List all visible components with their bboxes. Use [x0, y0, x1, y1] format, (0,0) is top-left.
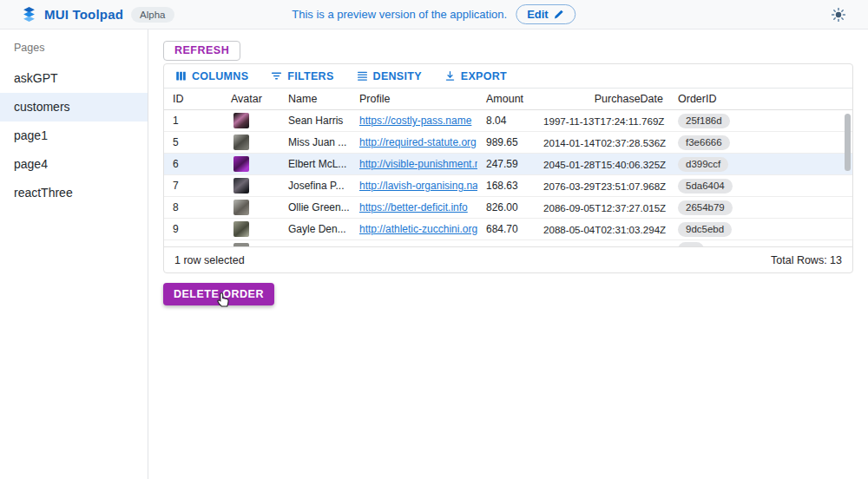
data-grid: COLUMNS FILTERS DE — [163, 63, 853, 273]
cell-purchasedate: 2014-01-14T02:37:28.536Z — [543, 137, 667, 148]
table-row-selected[interactable]: 6 Elbert McL... http://visible-punishmen… — [164, 154, 852, 175]
profile-link[interactable]: https://better-deficit.info — [359, 201, 468, 213]
cell-orderid: 9dc5ebd — [667, 222, 852, 237]
column-header-amount[interactable]: Amount — [477, 93, 543, 105]
theme-toggle-button[interactable] — [832, 8, 845, 22]
order-id-chip: d399ccf — [678, 157, 728, 172]
cell-orderid: 5da6404 — [667, 179, 852, 194]
cell-orderid — [667, 242, 852, 246]
table-row-partial[interactable] — [164, 240, 852, 246]
columns-button[interactable]: COLUMNS — [172, 69, 252, 84]
table-row[interactable]: 5 Miss Juan ... http://required-statute.… — [164, 132, 852, 154]
app-title: MUI Toolpad — [44, 7, 123, 22]
avatar — [233, 178, 249, 194]
density-button[interactable]: DENSITY — [353, 69, 425, 84]
column-header-avatar[interactable]: Avatar — [219, 93, 279, 105]
density-icon — [357, 70, 368, 82]
profile-link[interactable]: http://visible-punishment.net — [359, 158, 477, 170]
density-button-label: DENSITY — [373, 70, 422, 82]
cell-amount: 168.63 — [477, 180, 543, 192]
column-header-purchasedate[interactable]: PurchaseDate — [543, 93, 667, 105]
order-id-chip: f3e6666 — [678, 135, 730, 150]
export-button[interactable]: EXPORT — [441, 69, 510, 84]
sidebar-section-label: Pages — [0, 36, 148, 64]
profile-link[interactable]: http://required-statute.org — [359, 136, 477, 148]
avatar — [233, 243, 249, 246]
cell-amount: 8.04 — [477, 115, 543, 127]
cell-id: 9 — [164, 223, 219, 235]
app-branding: MUI Toolpad Alpha — [0, 7, 174, 23]
filters-button[interactable]: FILTERS — [267, 69, 337, 84]
order-id-chip: 9dc5ebd — [678, 222, 732, 237]
cell-name: Josefina P... — [279, 180, 351, 192]
cell-purchasedate: 2086-09-05T12:37:27.015Z — [543, 202, 667, 213]
cell-id: 8 — [164, 201, 219, 213]
avatar — [233, 156, 249, 172]
edit-button[interactable]: Edit — [516, 4, 576, 24]
cell-orderid: 25f186d — [667, 114, 852, 128]
cell-id: 7 — [164, 180, 219, 192]
column-header-profile[interactable]: Profile — [351, 93, 477, 105]
alpha-badge: Alpha — [131, 7, 174, 23]
profile-link[interactable]: http://lavish-organising.name — [359, 180, 477, 192]
refresh-button[interactable]: REFRESH — [163, 41, 240, 61]
cell-orderid: d399ccf — [667, 157, 852, 172]
sidebar-item-page4[interactable]: page4 — [0, 150, 148, 179]
sidebar-item-askgpt[interactable]: askGPT — [0, 64, 148, 93]
grid-rows-viewport: 1 Sean Harris https://costly-pass.name 8… — [164, 110, 852, 246]
grid-header-row: ID Avatar Name Profile Amount PurchaseDa… — [164, 88, 852, 110]
cell-amount: 826.00 — [477, 201, 543, 213]
table-row[interactable]: 7 Josefina P... http://lavish-organising… — [164, 175, 852, 197]
sidebar-item-page1[interactable]: page1 — [0, 121, 148, 150]
cell-avatar — [219, 200, 279, 215]
profile-link[interactable]: https://costly-pass.name — [359, 115, 471, 127]
total-rows-count: Total Rows: 13 — [771, 254, 842, 266]
cell-avatar — [219, 156, 279, 172]
order-id-chip — [678, 242, 704, 246]
view-columns-icon — [175, 70, 187, 82]
delete-order-button[interactable]: DELETE ORDER — [163, 283, 274, 305]
cell-profile: http://visible-punishment.net — [351, 158, 477, 170]
table-row[interactable]: 9 Gayle Den... http://athletic-zucchini.… — [164, 219, 852, 240]
selected-rows-count: 1 row selected — [174, 254, 245, 266]
sidebar: Pages askGPT customers page1 page4 react… — [0, 30, 148, 479]
grid-toolbar: COLUMNS FILTERS DE — [164, 64, 852, 88]
preview-banner: This is a preview version of the applica… — [292, 4, 575, 24]
cell-id: 5 — [164, 136, 219, 148]
column-header-id[interactable]: ID — [164, 93, 219, 105]
cell-profile: http://lavish-organising.name — [351, 180, 477, 192]
cell-orderid: 2654b79 — [667, 200, 852, 215]
cell-amount: 247.59 — [477, 158, 543, 170]
cell-name: Ollie Green... — [279, 201, 351, 213]
cell-purchasedate: 2076-03-29T23:51:07.968Z — [543, 180, 667, 192]
column-header-name[interactable]: Name — [279, 93, 351, 105]
cell-avatar — [219, 113, 279, 128]
download-icon — [444, 70, 456, 82]
main-content: REFRESH COLUMNS — [148, 30, 868, 479]
vertical-scrollbar-thumb[interactable] — [845, 114, 851, 171]
cell-avatar — [219, 135, 279, 150]
cell-name: Sean Harris — [279, 115, 351, 127]
sidebar-item-customers[interactable]: customers — [0, 93, 148, 121]
column-header-orderid[interactable]: OrderID — [667, 93, 852, 105]
avatar — [233, 221, 249, 237]
grid-footer: 1 row selected Total Rows: 13 — [164, 246, 852, 272]
cell-avatar — [219, 178, 279, 194]
table-row[interactable]: 1 Sean Harris https://costly-pass.name 8… — [164, 110, 852, 132]
cell-profile: http://athletic-zucchini.org — [351, 223, 477, 235]
sidebar-item-reactthree[interactable]: reactThree — [0, 179, 148, 207]
cell-purchasedate: 2088-05-04T02:31:03.294Z — [543, 224, 667, 235]
cell-purchasedate: 2045-01-28T15:40:06.325Z — [543, 159, 667, 170]
table-row[interactable]: 8 Ollie Green... https://better-deficit.… — [164, 197, 852, 219]
toolpad-logo-icon — [22, 7, 36, 22]
edit-button-label: Edit — [527, 8, 549, 21]
order-id-chip: 5da6404 — [678, 179, 733, 194]
cell-name: Miss Juan ... — [279, 136, 351, 148]
filters-button-label: FILTERS — [287, 70, 333, 82]
cell-profile: http://required-statute.org — [351, 136, 477, 148]
profile-link[interactable]: http://athletic-zucchini.org — [359, 223, 477, 235]
avatar — [233, 200, 249, 215]
filter-icon — [271, 70, 282, 82]
pencil-icon — [554, 9, 565, 20]
cell-orderid: f3e6666 — [667, 135, 852, 150]
